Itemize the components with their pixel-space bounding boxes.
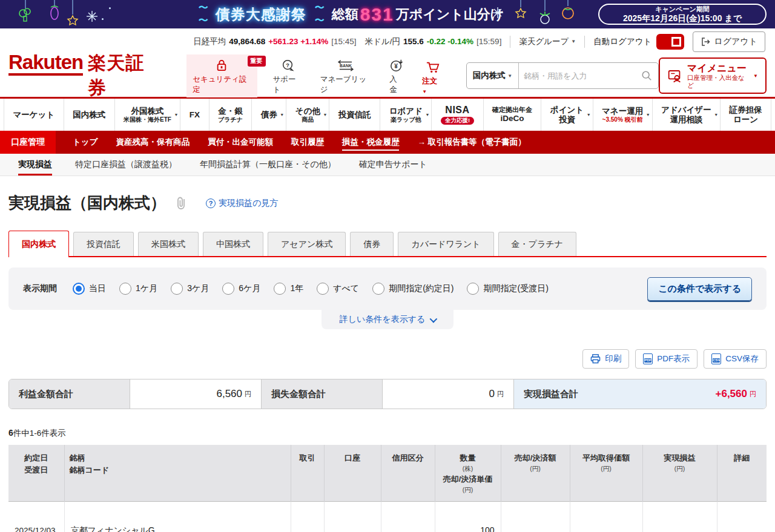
radio-period-today[interactable]: 当日	[73, 283, 106, 295]
cart-icon	[426, 60, 440, 74]
tab-covered-warrant[interactable]: カバードワラント	[398, 232, 493, 256]
tab-china-stock[interactable]: 中国株式	[203, 232, 263, 256]
apply-filter-button[interactable]: この条件で表示する	[647, 277, 752, 301]
money-bridge-link[interactable]: BANK マネーブリッジ	[318, 54, 374, 97]
header-quantity-unit-price: 数量 (株) 売却/決済単価 (円)	[435, 445, 501, 501]
nikkei-change: +561.23 +1.14%	[268, 37, 328, 46]
search-icon[interactable]	[635, 70, 658, 81]
nav-item-market[interactable]: マーケット	[4, 99, 64, 131]
paperclip-icon[interactable]	[176, 196, 188, 211]
rakuten-group-dropdown[interactable]: 楽天グループ ▼	[519, 36, 576, 47]
my-menu-button[interactable]: マイメニュー 口座管理・入出金など ▼	[659, 57, 767, 94]
chevron-down-icon: ▼	[280, 112, 284, 117]
campaign-banner[interactable]: 〜〜 債券大感謝祭 〜〜 総額 831 万ポイント山分け キャンペーン期間 20…	[0, 0, 775, 28]
nav-item-foreign-stock[interactable]: 外国株式米国株・海外ETF ▼	[114, 99, 180, 131]
sub-nav-realized-pl[interactable]: 実現損益	[18, 154, 52, 176]
account-nav-buying-power[interactable]: 買付・出金可能額	[208, 131, 273, 154]
nav-item-roboadvisor[interactable]: ロボアド楽ラップ他 ▼	[380, 99, 431, 131]
tab-bonds[interactable]: 債券	[350, 232, 394, 256]
tab-mutual-funds[interactable]: 投資信託	[73, 232, 134, 256]
security-name[interactable]: 京都フィナンシャルG	[71, 524, 285, 532]
nav-item-point-investing[interactable]: ポイント投資 ▼	[541, 99, 592, 131]
radio-period-3months[interactable]: 3ケ月	[171, 283, 209, 295]
radio-period-range-settlement-date[interactable]: 期間指定(受渡日)	[467, 283, 548, 295]
radio-period-1month[interactable]: 1ケ月	[119, 283, 157, 295]
auto-logout-toggle[interactable]	[656, 34, 684, 50]
sub-nav-tax-filing-support[interactable]: 確定申告サポート	[359, 154, 427, 176]
profit-total-label: 利益金額合計	[9, 379, 130, 409]
print-button[interactable]: 印刷	[582, 349, 629, 369]
radio-icon	[171, 283, 183, 295]
radio-icon	[467, 283, 479, 295]
banner-title: 債券大感謝祭	[216, 5, 306, 24]
profit-total-value: 6,560円	[130, 379, 262, 409]
security-settings-link[interactable]: 重要 セキュリティ設定	[186, 54, 257, 97]
tab-asean-stock[interactable]: アセアン株式	[268, 232, 346, 256]
lock-icon	[216, 58, 228, 73]
asset-type-tabs: 国内株式 投資信託 米国株式 中国株式 アセアン株式 債券 カバードワラント 金…	[8, 231, 767, 257]
sparkle-accent-icon: 〜〜	[315, 2, 323, 27]
nav-item-securities-loan[interactable]: 証券担保ローン	[720, 99, 771, 131]
radio-period-all[interactable]: すべて	[317, 283, 359, 295]
account-nav-balance[interactable]: 資産残高・保有商品	[116, 131, 190, 154]
tab-domestic-stock[interactable]: 国内株式	[8, 231, 69, 257]
snowflake-icon	[492, 7, 503, 18]
nav-item-nisa[interactable]: NISA 全力応援!	[431, 99, 483, 131]
nav-item-mutual-funds[interactable]: 投資信託	[329, 99, 380, 131]
cell-dates: 2025/12/032025/12/05	[8, 501, 64, 532]
table-header-row: 約定日受渡日 銘柄銘柄コード 取引 口座 信用区分 数量 (株) 売却/決済単価…	[8, 445, 767, 501]
csv-save-button[interactable]: CSV CSV保存	[704, 349, 767, 369]
radio-period-6months[interactable]: 6ケ月	[222, 283, 260, 295]
tab-gold-platinum[interactable]: 金・プラチナ	[498, 232, 576, 256]
auto-logout-control: 自動ログアウト	[593, 34, 684, 50]
sub-nav-annual-pl[interactable]: 年間損益計算（一般口座・その他）	[200, 154, 336, 176]
question-circle-icon: ?	[206, 199, 216, 208]
realized-pl-total-label: 実現損益合計	[514, 379, 635, 409]
chevron-down-icon: ▼	[323, 112, 327, 117]
realized-pl-table: 約定日受渡日 銘柄銘柄コード 取引 口座 信用区分 数量 (株) 売却/決済単価…	[8, 445, 767, 532]
banner-right-decorations-icon	[489, 0, 586, 28]
logout-button[interactable]: ログアウト	[693, 31, 765, 52]
header-account-type: 口座	[324, 445, 381, 501]
nav-item-other-products[interactable]: その他商品 ▼	[286, 99, 329, 131]
account-nav-trade-history[interactable]: 取引履歴	[291, 131, 324, 154]
chevron-down-icon	[430, 315, 438, 323]
nav-item-bonds[interactable]: 債券 ▼	[251, 99, 286, 131]
expand-detailed-conditions-link[interactable]: 詳しい条件を表示する	[322, 310, 454, 329]
deposit-link[interactable]: ¥ 入金	[387, 54, 406, 97]
search-input[interactable]	[519, 71, 635, 80]
sub-nav-specified-account-pl[interactable]: 特定口座損益（譲渡益税）	[75, 154, 177, 176]
support-question-bubble-icon: ?	[281, 58, 294, 73]
nav-item-money-management[interactable]: マネー運用 ~3.50% 税引前 ▼	[593, 99, 652, 131]
nav-item-fx[interactable]: FX	[180, 99, 208, 131]
sub-nav: 実現損益 特定口座損益（譲渡益税） 年間損益計算（一般口座・その他） 確定申告サ…	[0, 154, 775, 176]
radio-icon	[372, 283, 384, 295]
rakuten-securities-logo[interactable]: Rakuten 楽天証券	[8, 51, 157, 100]
tab-us-stock[interactable]: 米国株式	[138, 232, 199, 256]
site-header: Rakuten 楽天証券 重要 セキュリティ設定 ? サポート BANK マネー…	[0, 54, 775, 99]
radio-period-range-trade-date[interactable]: 期間指定(約定日)	[372, 283, 453, 295]
banner-subtitle: 総額 831 万ポイント山分け	[332, 4, 504, 25]
account-nav-pl-tax-history[interactable]: 損益・税金履歴	[342, 131, 400, 154]
nav-item-domestic-stock[interactable]: 国内株式	[64, 99, 114, 131]
divider	[510, 36, 510, 48]
account-nav-top[interactable]: トップ	[73, 131, 97, 154]
radio-period-1year[interactable]: 1年	[274, 283, 303, 295]
header-avg-acquisition-cost: 平均取得価額(円)	[570, 445, 642, 501]
order-link[interactable]: 注文 ▼	[420, 56, 445, 97]
pdf-view-button[interactable]: PDF PDF表示	[635, 349, 698, 369]
loss-total-value: 0円	[383, 379, 514, 409]
nav-item-ideco[interactable]: 確定拠出年金 iDeCo	[483, 99, 541, 131]
support-link[interactable]: ? サポート	[271, 54, 305, 97]
account-nav-home[interactable]: 口座管理	[0, 131, 56, 154]
nav-item-gold-platinum[interactable]: 金・銀プラチナ	[209, 99, 252, 131]
sparkle-accent-icon: 〜〜	[199, 2, 207, 27]
header-name-code: 銘柄銘柄コード	[64, 445, 291, 501]
realized-pl-help-link[interactable]: ? 実現損益の見方	[206, 198, 278, 209]
search-category-select[interactable]: 国内株式 ▼	[467, 63, 519, 88]
nav-item-advisor[interactable]: アドバイザー運用相談 ▼	[652, 99, 721, 131]
usdjpy-value: 155.6	[403, 37, 424, 46]
logo-text-jp: 楽天証券	[88, 51, 157, 100]
account-nav-reports[interactable]: → 取引報告書等（電子書面）	[417, 131, 526, 154]
my-menu-label: マイメニュー	[687, 62, 748, 74]
